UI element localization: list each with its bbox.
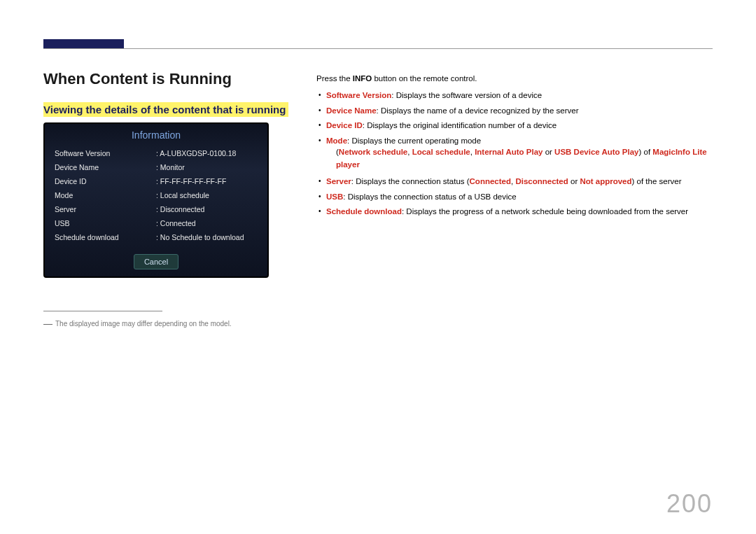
- chapter-marker: [43, 39, 124, 48]
- info-value: Local schedule: [156, 191, 209, 199]
- info-row: Mode Local schedule: [55, 188, 258, 202]
- info-label: Schedule download: [55, 233, 156, 241]
- info-row: Server Disconnected: [55, 202, 258, 216]
- list-item: Device Name: Displays the name of a devi…: [316, 105, 713, 118]
- list-item: Device ID: Displays the original identif…: [316, 120, 713, 132]
- info-label: Mode: [55, 191, 156, 199]
- info-value: No Schedule to download: [156, 233, 244, 241]
- cancel-button[interactable]: Cancel: [134, 254, 178, 269]
- section-heading: Viewing the details of the content that …: [43, 102, 288, 117]
- info-label: Software Version: [55, 149, 156, 157]
- list-item: Server: Displays the connection status (…: [316, 176, 713, 188]
- description-column: Press the INFO button on the remote cont…: [316, 73, 713, 221]
- info-row: Device ID FF-FF-FF-FF-FF-FF: [55, 174, 258, 188]
- list-item: Schedule download: Displays the progress…: [316, 206, 713, 218]
- info-label: Device ID: [55, 177, 156, 185]
- info-value: A-LUBXGDSP-0100.18: [156, 149, 236, 157]
- list-item: Software Version: Displays the software …: [316, 90, 713, 102]
- page-title: When Content is Running: [43, 70, 232, 88]
- dash-icon: ―: [43, 318, 52, 329]
- info-value: Monitor: [156, 163, 185, 171]
- list-subline: (Network schedule, Local schedule, Inter…: [326, 146, 713, 171]
- info-row: USB Connected: [55, 216, 258, 230]
- info-value: FF-FF-FF-FF-FF-FF: [156, 177, 226, 185]
- info-row: Software Version A-LUBXGDSP-0100.18: [55, 146, 258, 160]
- info-value: Disconnected: [156, 205, 204, 213]
- information-panel: Information Software Version A-LUBXGDSP-…: [43, 122, 269, 278]
- list-item: USB: Displays the connection status of a…: [316, 191, 713, 204]
- panel-heading: Information: [45, 124, 267, 145]
- page-number: 200: [666, 489, 713, 519]
- footnote-rule: [43, 311, 162, 311]
- header-rule: [43, 48, 713, 49]
- info-label: Device Name: [55, 163, 156, 171]
- info-row: Device Name Monitor: [55, 160, 258, 174]
- list-item: Mode: Displays the current operating mod…: [316, 135, 713, 171]
- footnote: ―The displayed image may differ dependin…: [43, 318, 232, 329]
- info-label: Server: [55, 205, 156, 213]
- info-label: USB: [55, 219, 156, 227]
- info-row: Schedule download No Schedule to downloa…: [55, 230, 258, 244]
- info-value: Connected: [156, 219, 196, 227]
- intro-text: Press the INFO button on the remote cont…: [316, 73, 713, 85]
